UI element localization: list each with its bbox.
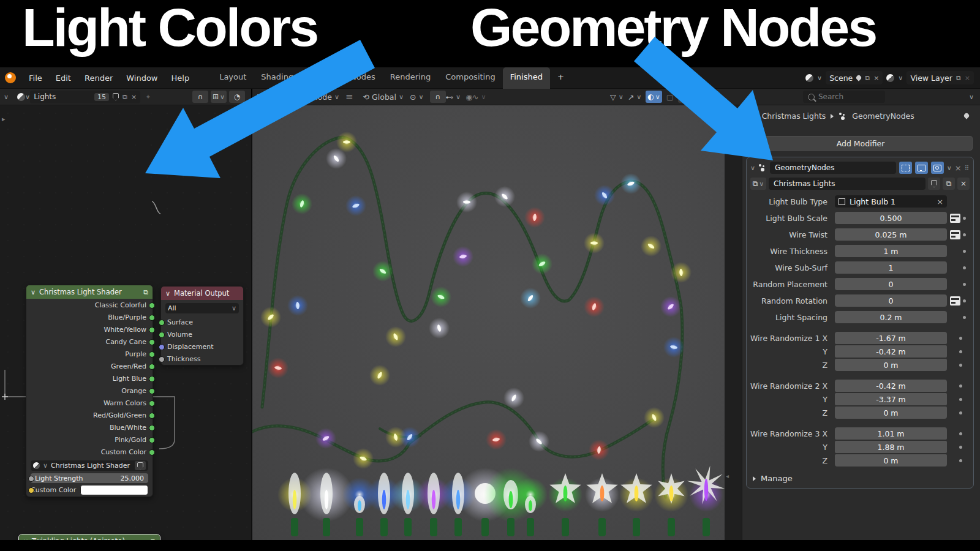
socket-out[interactable] [149,364,155,370]
node-tree-dropdown[interactable]: ⧉∨ [750,178,766,190]
animate-decorator[interactable] [963,283,966,286]
socket-in[interactable] [159,344,165,350]
value-field[interactable]: 1 [835,261,947,274]
tab-geometry-nodes[interactable]: Geometry Nodes [301,67,383,89]
light-strength-slider[interactable]: Light Strength 25.000 [31,473,148,483]
socket-out[interactable] [149,437,155,443]
mode-dropdown[interactable]: ▣ Object Mode ∨ [274,92,339,102]
value-field[interactable]: -3.37 m [835,393,947,405]
gizmo-dropdown[interactable]: ↗∨ [628,92,642,102]
orientation-dropdown[interactable]: ⟲ Global ∨ [363,92,404,102]
custom-color-input[interactable]: Custom Color [31,485,148,495]
pin-icon[interactable] [856,74,862,81]
socket-out[interactable] [149,351,155,358]
blender-logo-icon[interactable] [5,72,16,83]
modifier-name-field[interactable]: GeometryNodes [770,162,896,174]
tab-shading[interactable]: Shading [254,67,301,89]
proportional-edit-icon[interactable]: ◉ [466,92,472,102]
chevron-down-icon[interactable]: ∨ [4,93,9,101]
user-count-badge[interactable]: 15 [94,93,109,101]
close-icon[interactable]: × [873,74,879,82]
socket-out[interactable] [149,327,155,333]
value-field[interactable]: 0.500 [835,212,947,224]
properties-tab-strip[interactable]: ◂ [725,105,742,540]
snap-magnet-icon[interactable]: ∩ [430,91,446,103]
value-field[interactable]: 0.025 m [835,228,947,241]
node-christmas-light-shader[interactable]: ∨ Christmas Light Shader ⧉ Classic Color… [26,285,153,497]
color-swatch[interactable] [80,485,148,495]
input-attribute-icon[interactable] [950,214,960,223]
extras-dropdown-icon[interactable]: ∨ [947,164,952,172]
editor-divider[interactable] [251,105,252,540]
animate-decorator[interactable] [959,350,962,353]
selectability-dropdown[interactable]: ▽∨ [610,92,624,102]
overlays-toggle[interactable]: ◐∨ [646,91,662,103]
animate-decorator[interactable] [963,250,966,253]
socket-out[interactable] [149,315,155,321]
falloff-dropdown[interactable]: ∿∨ [472,92,486,102]
snapping-magnet-icon[interactable]: ∩ [192,91,208,103]
fake-user-button[interactable] [135,461,146,470]
animate-decorator[interactable] [959,364,962,367]
socket-in[interactable] [159,320,165,326]
viewport-3d[interactable] [252,105,725,540]
socket-in[interactable] [159,332,165,338]
value-field[interactable]: 0 m [835,359,947,371]
socket-value[interactable] [28,476,34,482]
socket-out[interactable] [149,425,155,431]
material-preview-icon[interactable] [17,93,25,101]
collapse-icon[interactable]: ∨ [165,290,170,298]
node-group-field[interactable]: Christmas Lights [769,178,925,190]
animate-decorator[interactable] [963,299,966,302]
manage-section[interactable]: Manage [753,474,973,483]
material-name-field[interactable]: Lights 15 ⧉ × [30,91,140,103]
animate-decorator[interactable] [959,398,962,401]
sidebar-expand-icon[interactable]: ▸ [2,115,6,123]
input-attribute-icon[interactable] [950,230,960,239]
animate-decorator[interactable] [959,432,962,435]
node-header[interactable]: ∨ Christmas Light Shader ⧉ [26,285,153,299]
pin-icon[interactable]: ✦ [145,93,151,101]
collapse-icon[interactable]: ∨ [750,164,755,172]
tab-rendering[interactable]: Rendering [383,67,438,89]
output-target-dropdown[interactable]: All ∨ [165,303,239,313]
menu-file[interactable]: File [22,73,49,83]
value-field[interactable]: 1.88 m [835,441,947,453]
clear-icon[interactable]: × [937,197,943,206]
properties-search[interactable]: Search [803,91,885,103]
edit-mode-toggle[interactable] [899,162,912,174]
socket-in[interactable] [159,356,165,362]
object-field[interactable]: Light Bulb 1× [835,195,947,208]
node-material-output[interactable]: ∨ Material Output All ∨ SurfaceVolumeDis… [160,286,244,365]
node-group-selector[interactable]: ∨ Christmas Light Shader [31,460,148,471]
snap-target-dropdown[interactable]: ⊞∨ [211,91,227,103]
socket-out[interactable] [149,413,155,419]
collapse-arrow-icon[interactable]: ◂ [726,473,729,479]
menu-window[interactable]: Window [119,73,164,83]
value-field[interactable]: -0.42 m [835,345,947,358]
add-modifier-button[interactable]: Add Modifier [748,136,973,151]
shader-node-editor[interactable]: ▸ ‹› ∨ Christmas Light Shader ⧉ Classic … [0,105,251,540]
socket-out[interactable] [149,302,155,309]
menu-edit[interactable]: Edit [49,73,78,83]
scene-icon[interactable] [805,74,813,82]
animate-decorator[interactable] [959,384,962,388]
value-field[interactable]: 0 m [835,454,947,467]
animate-decorator[interactable] [959,446,962,449]
socket-out[interactable] [149,376,155,382]
drag-handle-icon[interactable]: ⠿ [965,165,970,171]
socket-out[interactable] [149,400,155,407]
duplicate-icon[interactable]: ⧉ [943,178,955,190]
view-layer-selector[interactable]: View Layer ⧉ × [907,71,974,84]
node-header[interactable]: ∨ Material Output [161,287,243,300]
value-field[interactable]: -0.42 m [835,380,947,392]
shading-solid-icon[interactable]: ● [687,92,694,102]
breadcrumb-modifier[interactable]: GeometryNodes [852,111,914,121]
shading-material-icon[interactable]: ◐ [696,92,710,102]
tab-layout[interactable]: Layout [212,67,254,89]
value-field[interactable]: 0 [835,278,947,290]
value-field[interactable]: 0 [835,294,947,307]
animate-decorator[interactable] [963,266,966,269]
menu-render[interactable]: Render [78,73,119,83]
view-layer-icon[interactable] [886,74,894,82]
